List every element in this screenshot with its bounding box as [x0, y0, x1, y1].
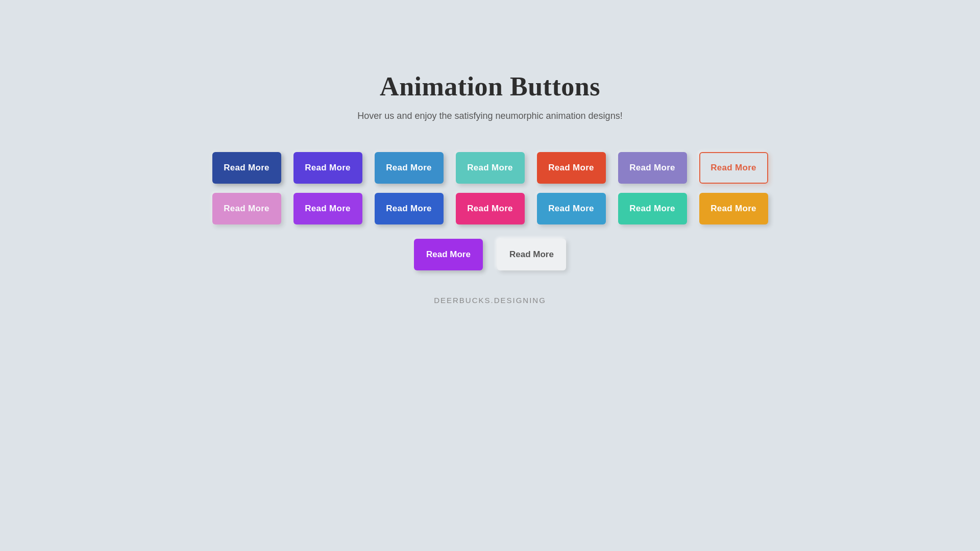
- button-red-orange[interactable]: Read More: [537, 152, 606, 184]
- button-medium-blue[interactable]: Read More: [293, 152, 362, 184]
- page-title: Animation Buttons: [380, 71, 600, 102]
- button-orange-yellow[interactable]: Read More: [699, 193, 768, 224]
- button-light-outline[interactable]: Read More: [497, 239, 566, 270]
- button-pink-light[interactable]: Read More: [212, 193, 281, 224]
- button-sky-blue[interactable]: Read More: [537, 193, 606, 224]
- button-dark-blue[interactable]: Read More: [212, 152, 281, 184]
- button-blue2[interactable]: Read More: [375, 193, 444, 224]
- button-lavender[interactable]: Read More: [618, 152, 687, 184]
- footer-text: DEERBUCKS.DESIGNING: [434, 296, 546, 305]
- button-cyan-blue[interactable]: Read More: [375, 152, 444, 184]
- buttons-bottom-row: Read More Read More: [414, 239, 566, 270]
- button-hot-pink[interactable]: Read More: [456, 193, 525, 224]
- button-violet[interactable]: Read More: [293, 193, 362, 224]
- page-subtitle: Hover us and enjoy the satisfying neumor…: [357, 111, 622, 121]
- button-green-teal[interactable]: Read More: [618, 193, 687, 224]
- buttons-grid-row1: Read More Read More Read More Read More …: [212, 152, 768, 224]
- button-outline-orange[interactable]: Read More: [699, 152, 768, 184]
- button-teal[interactable]: Read More: [456, 152, 525, 184]
- button-purple-solid[interactable]: Read More: [414, 239, 483, 270]
